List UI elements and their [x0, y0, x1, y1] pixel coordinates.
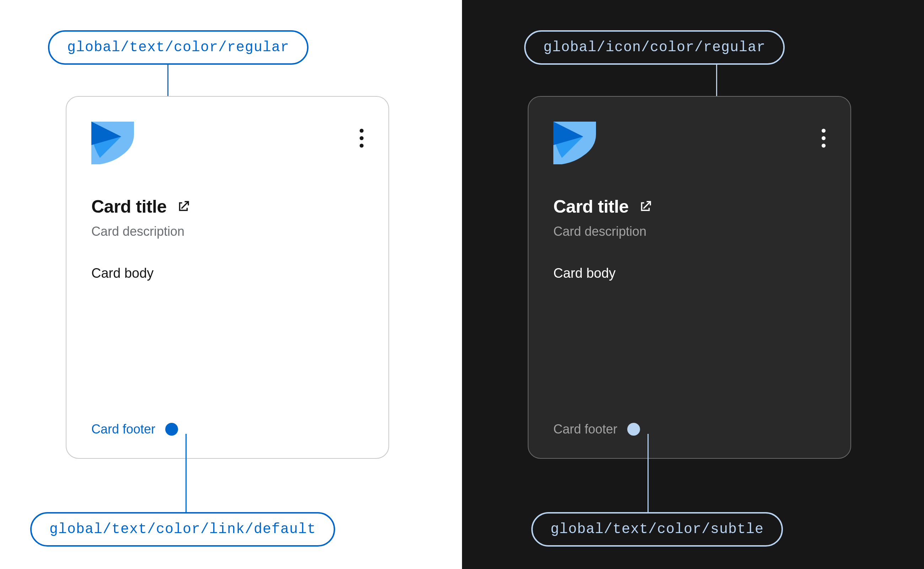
token-annotation-text-subtle: global/text/color/subtle [531, 512, 783, 546]
app-logo-icon [91, 122, 134, 164]
card-description: Card description [553, 224, 825, 239]
card-body: Card body [553, 266, 825, 281]
example-card: Card title Card description Card body Ca… [528, 96, 851, 459]
card-body: Card body [91, 266, 364, 281]
card-footer-text: Card footer [553, 422, 617, 437]
annotation-connector [648, 434, 649, 514]
card-title-row: Card title [553, 196, 825, 217]
token-annotation-icon-regular: global/icon/color/regular [524, 30, 785, 65]
dark-theme-panel: global/icon/color/regular Card title C [462, 0, 924, 569]
card-header [553, 122, 825, 164]
token-annotation-link-default: global/text/color/link/default [30, 512, 335, 546]
card-description: Card description [91, 224, 364, 239]
card-title-row: Card title [91, 196, 364, 217]
token-annotation-text-regular: global/text/color/regular [48, 30, 308, 65]
annotation-connector [185, 434, 187, 514]
external-link-icon[interactable] [176, 199, 191, 214]
card-title[interactable]: Card title [91, 196, 167, 217]
annotation-pointer-dot [627, 423, 640, 436]
example-card: Card title Card description Card body Ca… [66, 96, 389, 459]
card-header [91, 122, 364, 164]
card-footer-link[interactable]: Card footer [91, 422, 155, 437]
card-footer-row: Card footer [553, 422, 825, 437]
light-theme-panel: global/text/color/regular Card title C [0, 0, 462, 569]
card-footer-row: Card footer [91, 422, 364, 437]
annotation-pointer-dot [165, 423, 178, 436]
kebab-menu-icon[interactable] [822, 122, 825, 148]
card-title[interactable]: Card title [553, 196, 629, 217]
external-link-icon[interactable] [638, 199, 653, 214]
kebab-menu-icon[interactable] [360, 122, 364, 148]
app-logo-icon [553, 122, 596, 164]
